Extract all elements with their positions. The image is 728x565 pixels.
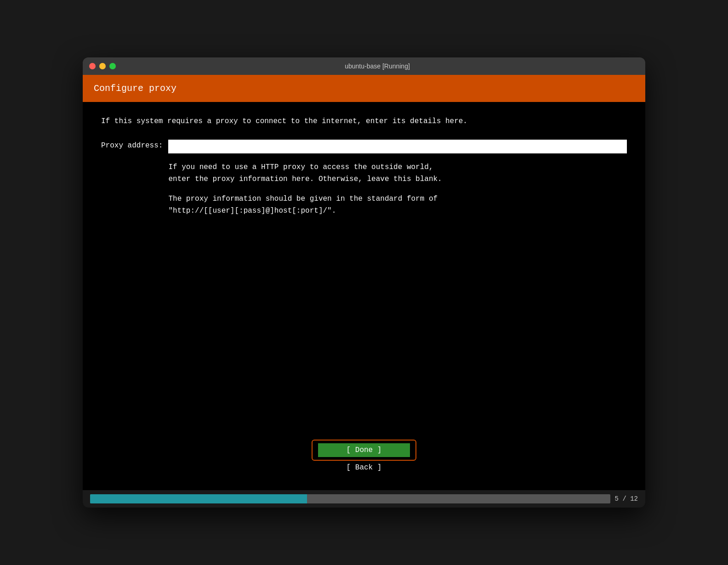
proxy-row: Proxy address: If you need to use a HTTP…: [101, 140, 627, 225]
proxy-input-area: If you need to use a HTTP proxy to acces…: [168, 140, 627, 225]
progress-label: 5 / 12: [615, 495, 638, 503]
page-title: Configure proxy: [94, 83, 176, 94]
terminal-body: Configure proxy If this system requires …: [83, 75, 645, 508]
minimize-button[interactable]: [99, 63, 106, 69]
progress-track: [90, 494, 610, 503]
back-button[interactable]: [ Back ]: [318, 463, 410, 472]
header-bar: Configure proxy: [83, 75, 645, 102]
description-text: If this system requires a proxy to conne…: [101, 116, 627, 127]
maximize-button[interactable]: [109, 63, 116, 69]
done-button[interactable]: [ Done ]: [318, 443, 410, 457]
close-button[interactable]: [89, 63, 96, 69]
hint-paragraph-2: The proxy information should be given in…: [168, 193, 627, 217]
window-title: ubuntu-base [Running]: [116, 62, 639, 70]
done-button-wrapper: [ Done ]: [312, 440, 416, 461]
hint-paragraph-1: If you need to use a HTTP proxy to acces…: [168, 162, 627, 185]
content-area: If this system requires a proxy to conne…: [83, 102, 645, 490]
progress-bar-container: 5 / 12: [83, 490, 645, 508]
button-area: [ Done ] [ Back ]: [101, 440, 627, 472]
proxy-label: Proxy address:: [101, 140, 163, 150]
progress-fill: [90, 494, 307, 503]
title-bar: ubuntu-base [Running]: [83, 57, 645, 75]
proxy-hint-text: If you need to use a HTTP proxy to acces…: [168, 162, 627, 225]
proxy-address-input[interactable]: [168, 140, 627, 153]
main-window: ubuntu-base [Running] Configure proxy If…: [83, 57, 645, 508]
traffic-lights: [89, 63, 116, 69]
